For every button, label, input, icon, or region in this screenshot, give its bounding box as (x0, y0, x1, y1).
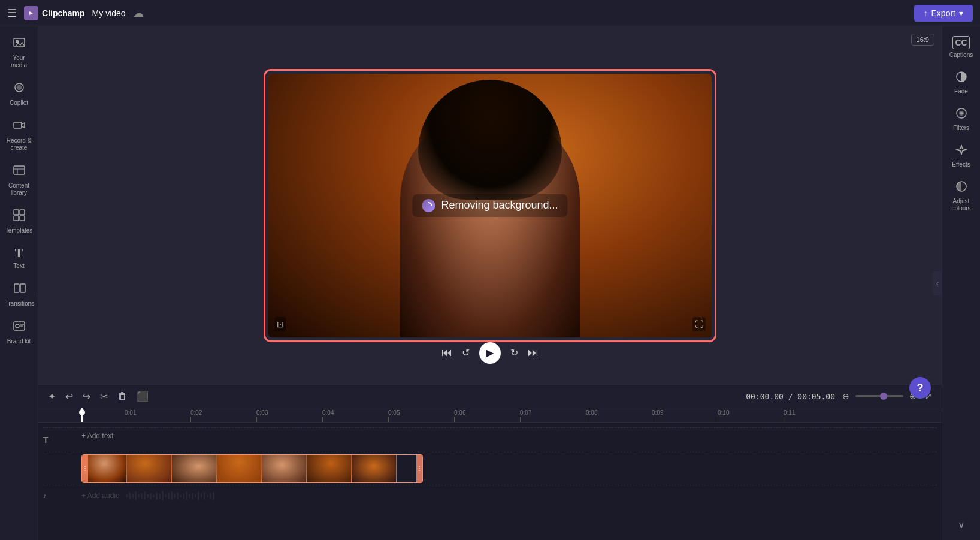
svg-rect-12 (14, 284, 19, 292)
ruler-mark-6: 0:06 (454, 409, 520, 422)
topbar: ☰ Clipchamp My video ☁ ↑ Export ▾ (0, 0, 980, 26)
expand-down-icon: ∨ (958, 519, 965, 530)
your-media-icon (13, 36, 26, 52)
video-preview-icon-btn[interactable]: ⊡ (274, 317, 286, 331)
center-area: 16:9 Removing background... (38, 26, 942, 540)
fullscreen-area: ⛶ (692, 317, 706, 331)
removing-background-text: Removing background... (441, 199, 558, 212)
right-sidebar-item-adjust-colours[interactable]: Adjustcolours (944, 176, 979, 217)
playhead-ruler-line (81, 408, 83, 422)
sidebar-label-your-media: Your media (4, 55, 34, 69)
svg-point-21 (960, 112, 963, 114)
copy-button[interactable]: ⬛ (134, 388, 151, 405)
video-clip-strip[interactable]: ⋮ ⋮ (81, 454, 423, 483)
add-audio-label: + Add audio (81, 491, 120, 500)
content-library-icon (13, 164, 26, 180)
right-sidebar-item-filters[interactable]: Filters (944, 102, 979, 137)
clip-thumb-2 (127, 455, 172, 483)
sidebar-item-content-library[interactable]: Contentlibrary (2, 159, 37, 201)
brand-kit-icon (13, 319, 26, 336)
menu-icon[interactable]: ☰ (7, 7, 17, 20)
app-logo: Clipchamp (24, 6, 85, 20)
timeline-ruler: 0 0:01 0:02 0:03 (38, 408, 942, 423)
ruler-mark-7: 0:07 (520, 409, 586, 422)
audio-track-label: ♪ (43, 492, 81, 499)
ruler-mark-5: 0:05 (388, 409, 454, 422)
sidebar-item-brand-kit[interactable]: Brand kit (2, 315, 37, 350)
export-label: Export (931, 8, 955, 18)
add-audio-button[interactable]: + Add audio (81, 491, 120, 500)
track-separator-1 (43, 427, 937, 428)
cut-button[interactable]: ✂ (98, 388, 110, 405)
clip-handle-right[interactable]: ⋮ (416, 455, 422, 482)
right-sidebar-item-effects[interactable]: Effects (944, 139, 979, 173)
text-track-row: T + Add text (38, 429, 942, 451)
clip-handle-left[interactable]: ⋮ (82, 455, 88, 482)
track-separator-2 (43, 452, 937, 452)
zoom-out-button[interactable]: ⊖ (840, 389, 852, 403)
fast-forward-button[interactable]: ↻ (510, 347, 518, 358)
export-button[interactable]: ↑ Export ▾ (914, 5, 973, 22)
ruler-mark-0: 0 (81, 409, 125, 422)
app-name: Clipchamp (42, 8, 85, 18)
transitions-icon (13, 282, 26, 298)
right-sidebar-item-captions[interactable]: CC Captions (944, 31, 979, 64)
preview-video[interactable]: Removing background... ⊡ ⛶ (268, 74, 712, 337)
add-text-label: + Add text (81, 432, 114, 440)
right-sidebar-item-fade[interactable]: Fade (944, 66, 979, 100)
right-sidebar: CC Captions Fade Filters (942, 26, 980, 540)
audio-track-row: ♪ + Add audio (38, 487, 942, 505)
adjust-colours-icon (955, 180, 967, 195)
svg-rect-4 (14, 122, 22, 128)
svg-rect-11 (20, 216, 25, 221)
filters-icon (955, 107, 967, 122)
clip-thumb-3 (172, 455, 217, 483)
sidebar-item-record-create[interactable]: Record &create (2, 114, 37, 156)
ruler-mark-11: 0:11 (784, 409, 849, 422)
rewind-button[interactable]: ↺ (462, 347, 470, 358)
sidebar-item-copilot[interactable]: Copilot (2, 76, 37, 111)
clip-thumb-1 (82, 455, 127, 483)
left-sidebar: Your media Copilot Record &create (0, 26, 38, 540)
clips-content: ⋮ ⋮ (81, 454, 423, 484)
sidebar-item-text[interactable]: T Text (2, 242, 37, 274)
zoom-slider[interactable] (855, 395, 903, 397)
right-sidebar-collapse-handle[interactable]: ‹ (933, 271, 942, 295)
right-sidebar-label-effects: Effects (952, 161, 970, 168)
clip-handle-dots-right: ⋮ (416, 466, 422, 472)
captions-icon: CC (952, 36, 969, 49)
skip-forward-button[interactable]: ⏭ (528, 346, 539, 359)
play-button[interactable]: ▶ (479, 342, 501, 364)
video-title[interactable]: My video (92, 8, 126, 18)
svg-rect-2 (16, 40, 19, 43)
ruler-mark-3: 0:03 (256, 409, 322, 422)
preview-container: Removing background... ⊡ ⛶ ⏮ ↺ ▶ (268, 74, 712, 337)
undo-button[interactable]: ↩ (63, 388, 75, 405)
svg-rect-5 (14, 166, 25, 174)
skip-back-button[interactable]: ⏮ (441, 346, 452, 359)
ruler-marks: 0 0:01 0:02 0:03 (81, 408, 849, 422)
delete-button[interactable]: 🗑 (115, 388, 129, 404)
clipchamp-logo-icon (24, 6, 38, 20)
redo-button[interactable]: ↪ (80, 388, 93, 405)
fullscreen-button[interactable]: ⛶ (692, 317, 706, 331)
magic-button[interactable]: ✦ (46, 388, 58, 405)
sidebar-item-templates[interactable]: Templates (2, 204, 37, 239)
audio-waveform: + Add audio (81, 490, 937, 502)
timeline-toolbar: ✦ ↩ ↪ ✂ 🗑 ⬛ 00:00.00 / 00:05.00 ⊖ ⊕ ⤢ (38, 384, 942, 408)
export-icon: ↑ (924, 8, 928, 18)
right-sidebar-label-adjust-colours: Adjustcolours (951, 198, 970, 212)
ruler-mark-4: 0:04 (322, 409, 388, 422)
sidebar-label-templates: Templates (5, 227, 33, 234)
video-clips-track: ⋮ ⋮ (38, 454, 942, 484)
right-sidebar-expand-button[interactable]: ∨ (944, 514, 979, 535)
processing-spinner (422, 199, 435, 212)
removing-background-overlay: Removing background... (412, 194, 567, 217)
sidebar-item-transitions[interactable]: Transitions › (2, 277, 37, 312)
video-preview-area: 16:9 Removing background... (38, 26, 942, 384)
sidebar-item-your-media[interactable]: Your media (2, 31, 37, 74)
ruler-mark-1: 0:01 (125, 409, 190, 422)
add-text-button[interactable]: + Add text (81, 432, 114, 440)
ruler-mark-8: 0:08 (586, 409, 652, 422)
help-button[interactable]: ? (909, 377, 931, 399)
